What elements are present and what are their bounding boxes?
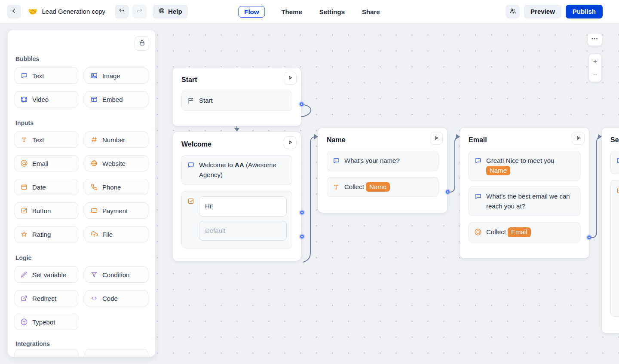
zoom-in-button[interactable]: +	[589, 54, 601, 68]
connection-port[interactable]	[300, 235, 304, 239]
node-title[interactable]: Welcome	[181, 141, 292, 148]
connection-port[interactable]	[300, 211, 304, 214]
tool-button[interactable]: Button	[15, 202, 78, 219]
topbar: 🤝 Lead Generation copy Help Flow Theme S…	[0, 0, 619, 23]
email-input-block[interactable]: Collect Email	[469, 222, 580, 242]
node-start[interactable]: Start Start	[173, 67, 301, 126]
life-buoy-icon	[158, 7, 165, 15]
node-title[interactable]: Name	[327, 136, 438, 144]
redo-button[interactable]	[132, 5, 147, 18]
pencil-icon	[20, 271, 28, 278]
play-icon	[433, 135, 440, 143]
zoom-out-button[interactable]: −	[589, 68, 601, 82]
help-label: Help	[168, 8, 182, 15]
credit-card-icon	[90, 207, 98, 214]
preview-button[interactable]: Preview	[524, 5, 561, 18]
tool-rating[interactable]: Rating	[15, 226, 78, 242]
node-title[interactable]: Email	[469, 136, 580, 144]
text-bubble-block[interactable]: What's the best email we can reach you a…	[469, 187, 580, 216]
sidebar-section-title: Bubbles	[15, 55, 147, 62]
people-icon	[509, 7, 516, 16]
tool-code[interactable]: Code	[85, 290, 148, 306]
play-node-button[interactable]	[284, 136, 297, 149]
bot-emoji[interactable]: 🤝	[28, 8, 37, 15]
tool-label: Button	[32, 207, 51, 214]
publish-button[interactable]: Publish	[566, 5, 603, 18]
node-welcome[interactable]: Welcome Welcome to AA (Awesome Agency) H…	[173, 132, 301, 261]
bubble-text: Great! Nice to meet you Name	[486, 156, 570, 175]
collect-text: Collect Name	[344, 182, 390, 192]
text-bubble-block[interactable]: Great! Nice to meet you Name	[469, 151, 580, 180]
help-button[interactable]: Help	[153, 5, 188, 18]
canvas-more-button[interactable]: ⋯	[588, 34, 602, 46]
tool-image[interactable]: Image	[85, 67, 148, 84]
tool-redirect[interactable]: Redirect	[15, 290, 78, 306]
sidebar-section-title: Inputs	[15, 119, 147, 126]
node-name[interactable]: Name What's your name? Collect Name	[318, 128, 447, 213]
view-tabs: Flow Theme Settings Share	[238, 0, 380, 23]
node-title[interactable]: Se	[610, 136, 619, 144]
text-bubble-block[interactable]: What's your name?	[327, 151, 438, 171]
tool-email[interactable]: Email	[15, 155, 78, 171]
text-bubble-block[interactable]	[610, 151, 619, 174]
flow-canvas[interactable]: BubblesTextImageVideoEmbedInputsTextNumb…	[0, 23, 619, 364]
buttons-input-block[interactable]	[610, 180, 619, 317]
tab-flow[interactable]: Flow	[238, 6, 265, 18]
edge-email-next	[591, 137, 601, 238]
collaborators-button[interactable]	[506, 5, 520, 18]
tool-phone[interactable]: Phone	[85, 179, 148, 195]
node-partial-right[interactable]: Se	[602, 128, 619, 333]
edge-welcome-name	[303, 137, 316, 262]
tool-label: Rating	[32, 231, 51, 238]
checkbox-icon	[20, 207, 28, 214]
tool-text[interactable]: Text	[15, 132, 78, 148]
checkbox-icon	[187, 197, 195, 205]
tool-grid	[15, 349, 148, 357]
chat-bubble-icon	[187, 161, 195, 169]
number-icon	[90, 136, 98, 144]
tab-share[interactable]: Share	[361, 6, 381, 18]
choice-item[interactable]: Hi!	[199, 196, 287, 217]
tool-website[interactable]: Website	[85, 155, 148, 171]
play-node-button[interactable]	[284, 72, 297, 85]
collect-text: Collect Email	[486, 227, 531, 237]
external-link-icon	[20, 294, 28, 302]
node-title[interactable]: Start	[181, 76, 292, 84]
connection-port[interactable]	[587, 236, 591, 239]
buttons-input-block[interactable]: Hi! Default	[181, 191, 292, 248]
edge-arrow-right	[314, 134, 318, 139]
chat-icon	[20, 72, 28, 80]
undo-button[interactable]	[115, 5, 129, 18]
blocks-sidebar: BubblesTextImageVideoEmbedInputsTextNumb…	[8, 30, 155, 357]
tool-label: Condition	[102, 271, 129, 278]
tool-video[interactable]: Video	[15, 91, 78, 107]
tool-set-variable[interactable]: Set variable	[15, 266, 78, 283]
tool-number[interactable]: Number	[85, 132, 148, 148]
choice-item-placeholder[interactable]: Default	[199, 221, 287, 241]
tab-settings[interactable]: Settings	[319, 6, 346, 18]
play-node-button[interactable]	[430, 132, 443, 145]
bot-title[interactable]: Lead Generation copy	[42, 8, 105, 15]
tool-embed[interactable]: Embed	[85, 91, 148, 107]
tool-typebot[interactable]: Typebot	[15, 314, 78, 330]
text-bubble-block[interactable]: Welcome to AA (Awesome Agency)	[181, 155, 292, 185]
tool-integration[interactable]	[85, 349, 148, 357]
variable-badge: Name	[366, 182, 390, 192]
tool-label: Email	[32, 160, 49, 167]
start-block[interactable]: Start	[181, 91, 292, 111]
node-email[interactable]: Email Great! Nice to meet you Name What'…	[460, 128, 589, 258]
text-input-block[interactable]: Collect Name	[327, 177, 438, 197]
tool-condition[interactable]: Condition	[85, 266, 148, 283]
phone-icon	[90, 183, 98, 191]
play-node-button[interactable]	[572, 132, 585, 145]
connection-port[interactable]	[446, 190, 450, 194]
tool-file[interactable]: File	[85, 226, 148, 242]
tool-payment[interactable]: Payment	[85, 202, 148, 219]
tab-theme[interactable]: Theme	[280, 6, 303, 18]
tool-date[interactable]: Date	[15, 179, 78, 195]
connection-port[interactable]	[300, 102, 303, 106]
lock-sidebar-button[interactable]	[135, 36, 149, 51]
tool-integration[interactable]	[15, 349, 78, 357]
back-button[interactable]	[7, 5, 21, 18]
tool-text[interactable]: Text	[15, 67, 78, 84]
